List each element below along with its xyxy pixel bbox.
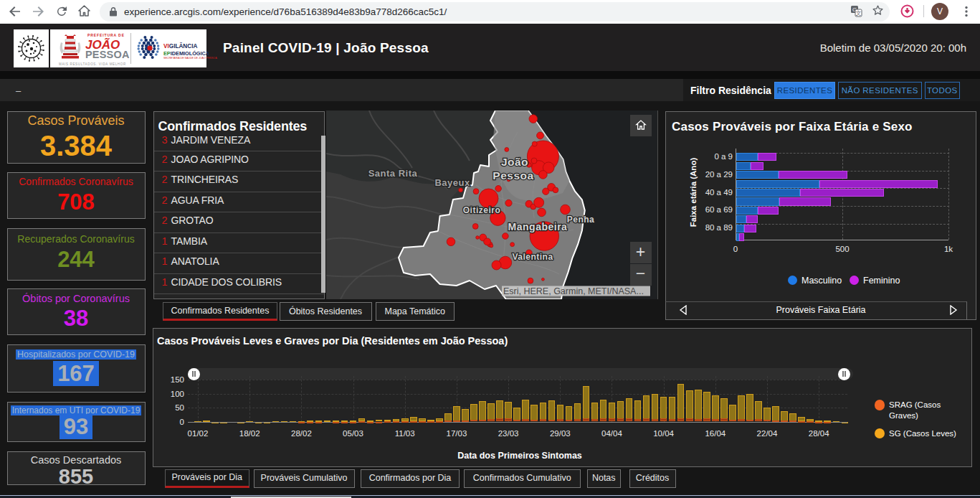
svg-text:Santa Rita: Santa Rita <box>368 168 418 179</box>
svg-text:Bayeux: Bayeux <box>434 177 470 188</box>
svg-text:Oitizeiro: Oitizeiro <box>463 205 501 215</box>
svg-text:文: 文 <box>856 10 862 17</box>
svg-text:João: João <box>501 156 528 168</box>
svg-text:Esri, HERE, Garmin, METI/NASA.: Esri, HERE, Garmin, METI/NASA... <box>503 286 644 296</box>
svg-text:Valentina: Valentina <box>512 252 553 262</box>
svg-text:Pessoa: Pessoa <box>493 169 533 182</box>
svg-text:Mangabeira: Mangabeira <box>508 221 568 232</box>
svg-text:Penha: Penha <box>567 215 595 225</box>
